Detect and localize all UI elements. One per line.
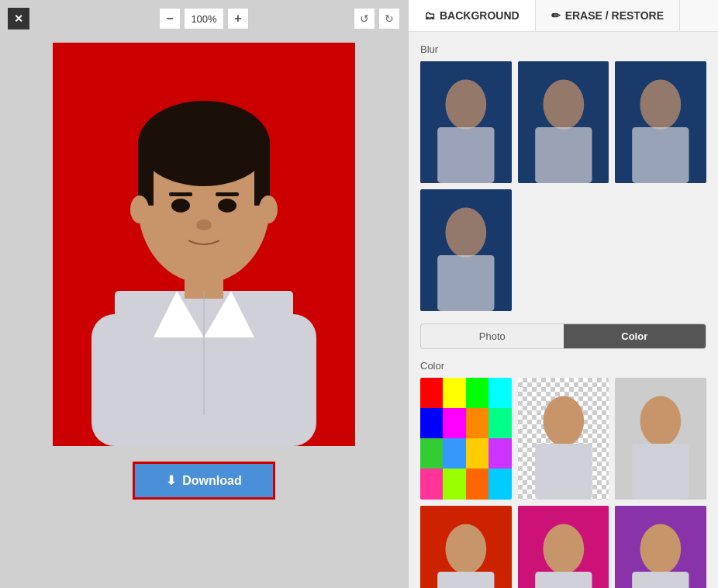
color-palette-thumb[interactable]	[420, 378, 512, 500]
history-controls: ↺ ↻	[354, 8, 400, 29]
svg-rect-21	[437, 127, 494, 183]
zoom-out-button[interactable]: −	[159, 8, 181, 29]
zoom-level-display: 100%	[184, 8, 224, 29]
svg-point-37	[445, 524, 486, 574]
no-bg-thumb[interactable]	[615, 378, 706, 500]
pink-bg-thumb[interactable]	[518, 506, 609, 588]
svg-point-23	[543, 79, 584, 130]
blur-thumb-1[interactable]	[420, 61, 512, 183]
transparent-thumb[interactable]	[518, 378, 609, 500]
download-label: Download	[182, 474, 241, 488]
erase-icon: ✏	[551, 9, 561, 22]
transparent-thumb-svg	[518, 378, 609, 500]
svg-point-43	[640, 524, 682, 574]
background-icon: 🗂	[424, 9, 435, 22]
svg-point-14	[130, 195, 149, 223]
blur-thumb-3[interactable]	[615, 61, 706, 183]
right-content[interactable]: Blur	[409, 32, 718, 588]
svg-rect-44	[633, 572, 689, 588]
download-button[interactable]: ⬇ Download	[133, 462, 274, 500]
svg-rect-41	[535, 572, 592, 588]
blur-thumb-3-svg	[615, 61, 706, 183]
download-icon: ⬇	[166, 473, 176, 488]
left-panel: ✕ − 100% + ↺ ↻	[0, 0, 408, 588]
svg-rect-38	[437, 572, 494, 588]
svg-point-34	[640, 396, 682, 446]
blur-section-label: Blur	[420, 43, 706, 55]
svg-point-40	[543, 524, 584, 574]
svg-point-9	[171, 199, 190, 213]
svg-point-10	[218, 199, 236, 213]
app-container: ✕ − 100% + ↺ ↻	[0, 0, 718, 588]
color-grid-row2	[420, 506, 706, 588]
svg-rect-18	[254, 314, 316, 446]
right-header-tabs: 🗂 BACKGROUND ✏ ERASE / RESTORE	[409, 0, 718, 32]
undo-button[interactable]: ↺	[354, 8, 375, 29]
svg-point-13	[196, 220, 212, 230]
svg-point-20	[445, 79, 486, 130]
background-tab-label: BACKGROUND	[440, 9, 520, 22]
svg-rect-11	[169, 192, 192, 196]
svg-point-31	[543, 396, 584, 446]
background-tab[interactable]: 🗂 BACKGROUND	[409, 0, 536, 31]
blur-thumb-1-svg	[420, 61, 512, 183]
svg-point-6	[138, 101, 270, 186]
svg-point-26	[640, 79, 682, 130]
photo-color-toggle: Photo Color	[420, 323, 706, 349]
blur-thumbnails-grid	[420, 61, 706, 311]
blur-thumb-2-svg	[518, 61, 609, 183]
svg-rect-32	[535, 444, 592, 500]
red-bg-thumb[interactable]	[420, 506, 512, 588]
svg-rect-17	[91, 314, 154, 446]
right-panel: 🗂 BACKGROUND ✏ ERASE / RESTORE Blur	[408, 0, 718, 588]
svg-rect-24	[535, 127, 592, 183]
zoom-in-button[interactable]: +	[227, 8, 249, 29]
photo-svg	[53, 43, 355, 446]
color-swatch-inner	[420, 378, 512, 500]
download-area: ⬇ Download	[133, 462, 274, 500]
blur-thumb-2[interactable]	[518, 61, 609, 183]
blur-thumb-4[interactable]	[420, 189, 512, 311]
svg-rect-30	[437, 255, 494, 311]
image-canvas	[53, 43, 355, 446]
svg-point-15	[259, 195, 278, 223]
erase-restore-tab[interactable]: ✏ ERASE / RESTORE	[536, 0, 680, 31]
color-section-label: Color	[420, 360, 706, 372]
photo-toggle-button[interactable]: Photo	[421, 324, 564, 348]
color-grid-row1	[420, 378, 706, 500]
zoom-controls: − 100% +	[159, 8, 249, 29]
svg-point-29	[445, 207, 486, 258]
no-bg-thumb-svg	[615, 378, 706, 500]
svg-rect-35	[633, 444, 689, 500]
purple-bg-thumb[interactable]	[615, 506, 706, 588]
close-button[interactable]: ✕	[8, 8, 29, 29]
erase-restore-tab-label: ERASE / RESTORE	[565, 9, 664, 22]
blur-thumb-4-svg	[420, 189, 512, 311]
svg-rect-12	[216, 192, 239, 196]
redo-button[interactable]: ↻	[378, 8, 400, 29]
svg-rect-27	[633, 127, 689, 183]
color-toggle-button[interactable]: Color	[564, 324, 706, 348]
